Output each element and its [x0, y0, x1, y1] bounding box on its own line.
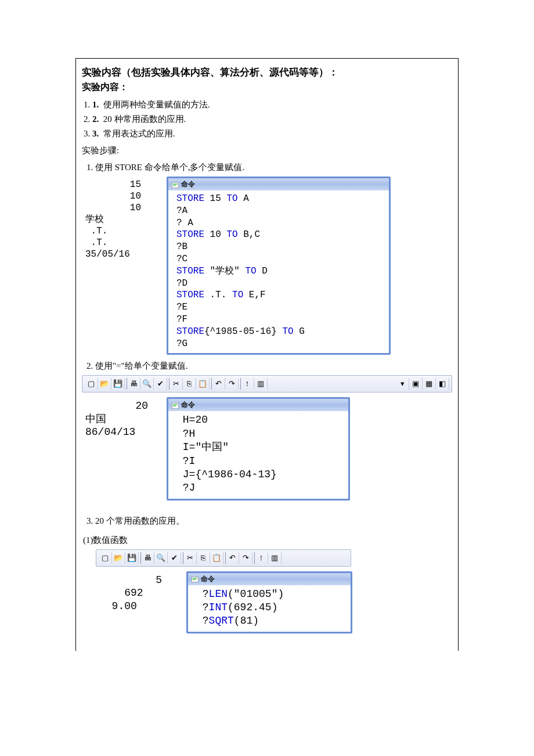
- print-icon[interactable]: 🖶: [127, 378, 140, 390]
- cut-icon[interactable]: ✂: [169, 378, 183, 390]
- preview-icon[interactable]: 🔍: [140, 378, 154, 390]
- spell-icon[interactable]: ✔: [154, 378, 167, 390]
- help-icon[interactable]: ◧: [436, 378, 449, 390]
- open-icon[interactable]: 📂: [112, 552, 125, 564]
- toolbar: ▢📂💾🖶🔍✔✂⎘📋↶↷!▥: [96, 549, 351, 567]
- step-1-block: 15 10 10 学校 .T. .T. 35/05/16 命令 STORE 15…: [82, 177, 452, 355]
- output-pane: 20 中国 86/04/13: [82, 397, 167, 439]
- run-icon[interactable]: !: [255, 552, 268, 564]
- intro-list: 1. 使用两种给变量赋值的方法. 2. 20 种常用函数的应用. 3. 常用表达…: [92, 99, 452, 139]
- list-item: 1. 使用两种给变量赋值的方法.: [92, 99, 452, 110]
- output-pane: 5 692 9.00: [96, 571, 186, 613]
- command-window: 命令 ?LEN("01005") ?INT(692.45) ?SQRT(81): [186, 571, 352, 633]
- print-icon[interactable]: 🖶: [141, 552, 154, 564]
- command-window-title: 命令: [168, 178, 389, 190]
- step-3-subheading: (1)数值函数: [83, 535, 452, 546]
- new-icon[interactable]: ▢: [85, 378, 98, 390]
- num: 3.: [92, 129, 99, 138]
- command-body[interactable]: H=20 ?H I="中国" ?I J={^1986-04-13} ?J: [168, 411, 348, 498]
- step-2-block: 20 中国 86/04/13 命令 H=20 ?H I="中国" ?I J={^…: [82, 397, 452, 500]
- section-subtitle: 实验内容：: [82, 81, 452, 93]
- num: 1.: [92, 100, 99, 109]
- command-icon: [172, 182, 179, 188]
- list-item: 3. 常用表达式的应用.: [92, 128, 452, 139]
- modify-icon[interactable]: ▥: [268, 552, 282, 564]
- modify-icon[interactable]: ▥: [254, 378, 268, 390]
- paste-icon[interactable]: 📋: [196, 378, 210, 390]
- cut-icon[interactable]: ✂: [183, 552, 197, 564]
- preview-icon[interactable]: 🔍: [154, 552, 168, 564]
- run-icon[interactable]: !: [241, 378, 254, 390]
- command-icon: [172, 402, 179, 408]
- dropdown-icon[interactable]: ▾: [396, 378, 409, 390]
- page-frame: 实验内容（包括实验具体内容、算法分析、源代码等等）： 实验内容： 1. 使用两种…: [75, 58, 459, 651]
- num: 2.: [92, 114, 99, 124]
- command-window-title: 命令: [168, 399, 348, 411]
- command-body[interactable]: STORE 15 TO A ?A ? A STORE 10 TO B,C ?B …: [168, 190, 389, 353]
- open-icon[interactable]: 📂: [98, 378, 111, 390]
- command-window: 命令 STORE 15 TO A ?A ? A STORE 10 TO B,C …: [167, 177, 391, 355]
- step-3-block: 5 692 9.00 命令 ?LEN("01005") ?INT(692.45)…: [96, 571, 452, 633]
- undo-icon[interactable]: ↶: [212, 378, 225, 390]
- step-3-area: ▢📂💾🖶🔍✔✂⎘📋↶↷!▥ 5 692 9.00 命令 ?LEN("01005"…: [96, 549, 452, 633]
- command-window-title: 命令: [188, 573, 351, 585]
- command-icon: [192, 576, 199, 582]
- spell-icon[interactable]: ✔: [168, 552, 181, 564]
- step-3-label: 3. 20 个常用函数的应用。: [86, 516, 452, 527]
- step-1-label: 1. 使用 STORE 命令给单个,多个变量赋值.: [86, 162, 452, 173]
- section-title: 实验内容（包括实验具体内容、算法分析、源代码等等）：: [82, 66, 452, 79]
- new-icon[interactable]: ▢: [99, 552, 112, 564]
- form-icon[interactable]: ▦: [423, 378, 436, 390]
- save-icon[interactable]: 💾: [111, 378, 125, 390]
- command-body[interactable]: ?LEN("01005") ?INT(692.45) ?SQRT(81): [188, 585, 351, 632]
- copy-icon[interactable]: ⎘: [183, 378, 196, 390]
- copy-icon[interactable]: ⎘: [197, 552, 210, 564]
- list-item: 2. 20 种常用函数的应用.: [92, 114, 452, 125]
- output-pane: 15 10 10 学校 .T. .T. 35/05/16: [82, 177, 167, 260]
- toolbar: ▢📂💾🖶🔍✔✂⎘📋↶↷!▥▾▣▦◧: [82, 375, 452, 393]
- redo-icon[interactable]: ↷: [225, 378, 239, 390]
- paste-icon[interactable]: 📋: [210, 552, 223, 564]
- steps-label: 实验步骤:: [82, 145, 452, 156]
- command-window: 命令 H=20 ?H I="中国" ?I J={^1986-04-13} ?J: [167, 397, 350, 500]
- undo-icon[interactable]: ↶: [226, 552, 239, 564]
- redo-icon[interactable]: ↷: [239, 552, 252, 564]
- step-2-label: 2. 使用"="给单个变量赋值.: [86, 361, 452, 372]
- window-icon[interactable]: ▣: [409, 378, 423, 390]
- save-icon[interactable]: 💾: [125, 552, 139, 564]
